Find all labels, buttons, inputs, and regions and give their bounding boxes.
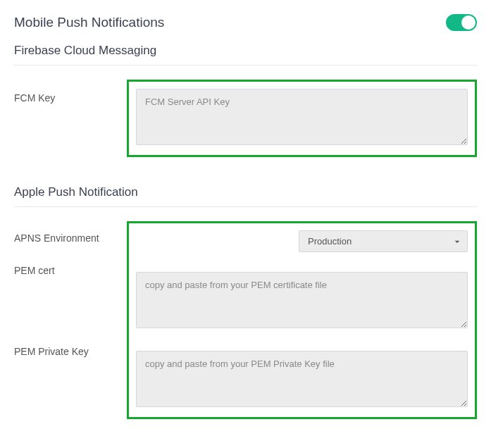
fcm-highlight [127, 80, 477, 157]
apns-env-label: APNS Environment [14, 221, 127, 256]
fcm-section-title: Firebase Cloud Messaging [14, 44, 477, 58]
pem-cert-input[interactable] [136, 272, 468, 328]
apns-section-title: Apple Push Notification [14, 185, 477, 199]
fcm-key-label: FCM Key [14, 80, 127, 104]
divider [14, 206, 477, 207]
pem-cert-label: PEM cert [14, 256, 127, 337]
divider [14, 65, 477, 66]
fcm-key-input[interactable] [136, 89, 468, 145]
pem-key-label: PEM Private Key [14, 337, 127, 357]
apns-highlight: Production [127, 221, 477, 419]
apns-env-select[interactable]: Production [299, 230, 468, 252]
pem-key-input[interactable] [136, 351, 468, 407]
page-title: Mobile Push Notifications [14, 15, 164, 30]
notifications-toggle[interactable] [446, 14, 477, 31]
